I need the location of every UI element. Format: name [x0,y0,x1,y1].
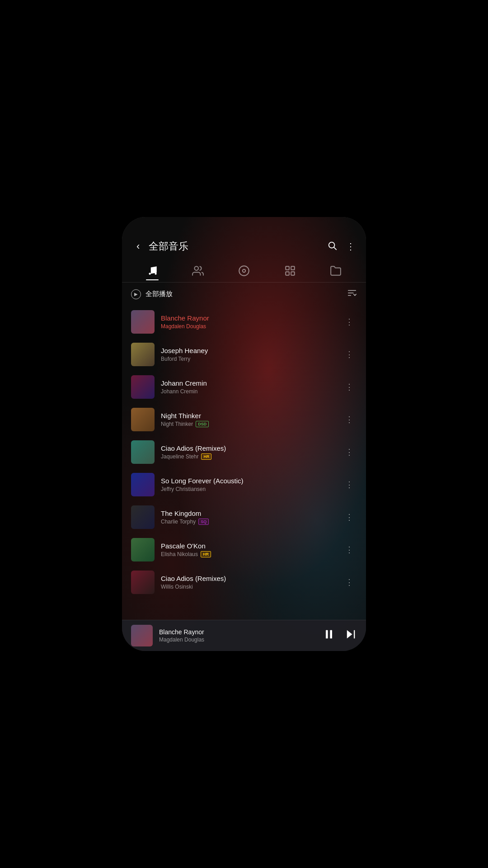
track-subtitle: Magdalen Douglas [161,323,335,330]
track-subtitle: Jaqueline Stehr HR [161,453,335,460]
track-artist: Night Thinker [161,421,193,427]
track-thumbnail [131,408,155,431]
header: ‹ 全部音乐 ⋮ [122,217,366,259]
header-icons: ⋮ [327,241,355,253]
track-subtitle: Night Thinker DSD [161,421,335,427]
track-thumbnail [131,473,155,496]
track-item[interactable]: Night Thinker Night Thinker DSD ⋮ [122,403,366,436]
track-info: Johann Cremin Johann Cremin [161,379,335,395]
track-artist: Willis Osinski [161,584,193,590]
track-title: Blanche Raynor [161,314,335,322]
track-artist: Buford Terry [161,356,190,362]
track-subtitle: Johann Cremin [161,388,335,395]
quality-badge: HR [201,551,211,557]
track-info: Ciao Adios (Remixes) Jaqueline Stehr HR [161,444,335,460]
track-subtitle: Willis Osinski [161,584,335,590]
track-item[interactable]: Ciao Adios (Remixes) Willis Osinski ⋮ [122,566,366,599]
tab-playlist[interactable] [279,263,301,280]
track-item[interactable]: Johann Cremin Johann Cremin ⋮ [122,371,366,403]
track-item[interactable]: Blanche Raynor Magdalen Douglas ⋮ [122,306,366,338]
track-thumbnail [131,375,155,399]
track-artist: Charlie Torphy [161,519,196,525]
app-content: ‹ 全部音乐 ⋮ [122,217,366,651]
track-item[interactable]: Ciao Adios (Remixes) Jaqueline Stehr HR … [122,436,366,468]
track-list: Blanche Raynor Magdalen Douglas ⋮ Joseph… [122,306,366,620]
playback-controls [323,628,357,644]
search-icon[interactable] [327,241,337,253]
track-thumbnail [131,440,155,464]
track-thumbnail [131,571,155,594]
tab-bar [122,259,366,283]
back-button[interactable]: ‹ [133,239,143,254]
track-subtitle: Jeffry Christiansen [161,486,335,492]
track-info: Joseph Heaney Buford Terry [161,347,335,362]
track-title: Joseph Heaney [161,347,335,354]
track-more-button[interactable]: ⋮ [342,478,357,491]
quality-badge: DSD [196,421,209,427]
sort-icon[interactable] [347,288,357,300]
now-playing-artist: Magdalen Douglas [159,637,316,643]
svg-point-2 [195,266,199,270]
track-info: Ciao Adios (Remixes) Willis Osinski [161,575,335,590]
track-subtitle: Charlie Torphy SQ [161,519,335,525]
more-icon[interactable]: ⋮ [346,241,355,252]
track-more-button[interactable]: ⋮ [342,510,357,524]
now-playing-thumbnail [131,625,153,646]
track-info: Blanche Raynor Magdalen Douglas [161,314,335,330]
page-title: 全部音乐 [149,240,322,253]
track-title: Pascale O'Kon [161,542,335,550]
track-more-button[interactable]: ⋮ [342,543,357,557]
pause-button[interactable] [323,628,335,644]
phone-shell: ‹ 全部音乐 ⋮ [122,217,366,651]
tab-music[interactable] [141,263,164,280]
track-title: Johann Cremin [161,379,335,387]
track-title: So Long Forever (Acoustic) [161,477,335,485]
track-thumbnail [131,505,155,529]
track-subtitle: Elisha Nikolaus HR [161,551,335,557]
now-playing-title: Blanche Raynor [159,628,316,636]
track-title: The Kingdom [161,509,335,517]
svg-point-4 [243,269,246,273]
play-all-bar: ▶ 全部播放 [122,283,366,306]
track-info: The Kingdom Charlie Torphy SQ [161,509,335,525]
track-info: So Long Forever (Acoustic) Jeffry Christ… [161,477,335,492]
track-item[interactable]: So Long Forever (Acoustic) Jeffry Christ… [122,468,366,501]
track-title: Ciao Adios (Remixes) [161,575,335,582]
track-title: Night Thinker [161,412,335,420]
track-more-button[interactable]: ⋮ [342,576,357,589]
track-artist: Elisha Nikolaus [161,551,198,557]
track-artist: Johann Cremin [161,388,197,395]
track-title: Ciao Adios (Remixes) [161,444,335,452]
tab-folder[interactable] [324,263,347,280]
next-button[interactable] [344,628,357,644]
track-artist: Jeffry Christiansen [161,486,206,492]
track-info: Pascale O'Kon Elisha Nikolaus HR [161,542,335,557]
tab-album[interactable] [233,263,255,280]
track-thumbnail [131,343,155,366]
svg-rect-12 [326,630,328,638]
track-artist: Jaqueline Stehr [161,453,198,460]
track-more-button[interactable]: ⋮ [342,380,357,394]
svg-rect-5 [286,266,289,270]
svg-line-1 [334,247,336,250]
tab-artist[interactable] [187,263,209,280]
track-more-button[interactable]: ⋮ [342,413,357,426]
track-artist: Magdalen Douglas [161,323,206,330]
quality-badge: HR [201,453,211,460]
svg-point-3 [239,266,249,276]
svg-rect-6 [291,266,295,270]
svg-rect-7 [286,272,289,275]
track-item[interactable]: The Kingdom Charlie Torphy SQ ⋮ [122,501,366,533]
track-more-button[interactable]: ⋮ [342,445,357,459]
track-thumbnail [131,538,155,561]
now-playing-bar[interactable]: Blanche Raynor Magdalen Douglas [122,620,366,651]
track-item[interactable]: Pascale O'Kon Elisha Nikolaus HR ⋮ [122,533,366,566]
track-item[interactable]: Joseph Heaney Buford Terry ⋮ [122,338,366,371]
svg-rect-13 [330,630,332,638]
now-playing-info: Blanche Raynor Magdalen Douglas [159,628,316,643]
track-more-button[interactable]: ⋮ [342,315,357,329]
track-more-button[interactable]: ⋮ [342,348,357,361]
play-all-button[interactable]: ▶ 全部播放 [131,289,173,299]
phone-wrapper: ‹ 全部音乐 ⋮ [122,217,366,651]
track-thumbnail [131,310,155,334]
